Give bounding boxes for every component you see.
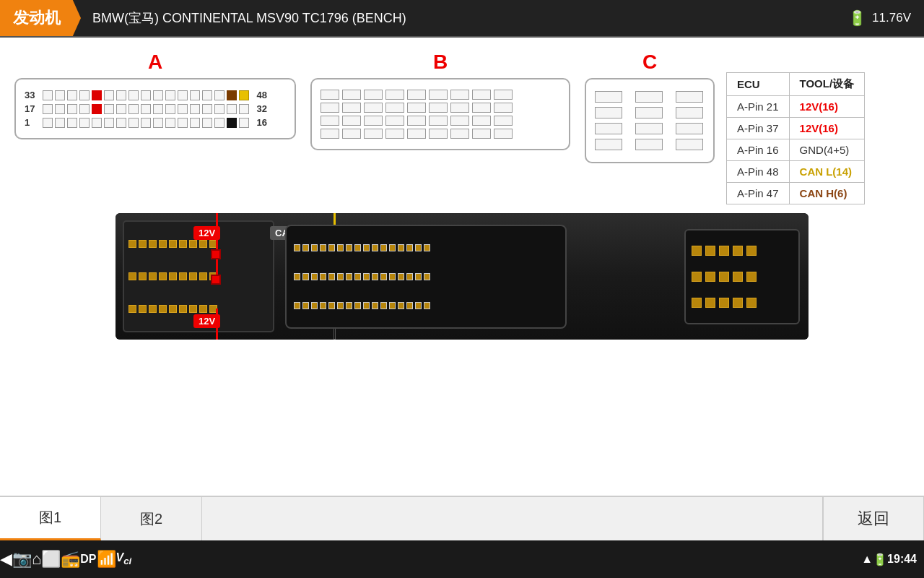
pin-c14 bbox=[202, 118, 212, 128]
pin-a1 bbox=[43, 90, 53, 100]
b-pin-row-2 bbox=[321, 103, 560, 113]
wifi-icon[interactable]: 📶 bbox=[97, 550, 116, 569]
pin-c8 bbox=[128, 118, 139, 128]
b-pin-row-3 bbox=[321, 116, 560, 126]
b-wide-2 bbox=[342, 90, 361, 100]
b-wide-1 bbox=[321, 90, 339, 100]
connector-a-box: 33 bbox=[14, 78, 296, 139]
pin-row-1-16: 1 bbox=[25, 117, 286, 128]
vci-icon[interactable]: Vci bbox=[116, 551, 132, 566]
pin-b2 bbox=[55, 104, 65, 114]
pin-b1 bbox=[43, 104, 53, 114]
voltage-display: 11.76V bbox=[872, 11, 911, 25]
table-row: A-Pin 21 12V(16) bbox=[727, 96, 865, 118]
pin-c6 bbox=[104, 118, 114, 128]
b-pin-row-4 bbox=[321, 129, 560, 139]
tool-12v-16-1: 12V(16) bbox=[789, 96, 865, 118]
pin-c7 bbox=[116, 118, 126, 128]
b-wide-8 bbox=[472, 90, 491, 100]
back-nav-icon[interactable]: ◀ bbox=[0, 550, 12, 569]
pin-a3 bbox=[67, 90, 77, 100]
c-pin-row-2 bbox=[595, 107, 705, 118]
window-icon[interactable]: ⬜ bbox=[41, 550, 61, 569]
pin-b10 bbox=[153, 104, 163, 114]
ecu-pin-47: A-Pin 47 bbox=[727, 183, 790, 204]
wire-red-mid-vert bbox=[216, 259, 218, 275]
pin-b5-red bbox=[92, 104, 102, 114]
connector-b-box bbox=[310, 78, 570, 150]
pin-a11 bbox=[165, 90, 175, 100]
section-a-label: A bbox=[148, 51, 162, 74]
pin-b3 bbox=[67, 104, 77, 114]
pin-b4 bbox=[79, 104, 90, 114]
left-conn-row1 bbox=[128, 240, 269, 248]
pin-b9 bbox=[141, 104, 151, 114]
pin-a5-red bbox=[92, 90, 102, 100]
wifi-signal-icon: ▲ bbox=[861, 553, 873, 566]
pin-c9 bbox=[141, 118, 151, 128]
c-pin-row-1 bbox=[595, 91, 705, 103]
pin-c5 bbox=[92, 118, 102, 128]
table-row: A-Pin 48 CAN L(14) bbox=[727, 161, 865, 183]
nav-bar: ◀ 📷 ⌂ ⬜ 📻 DP 📶 Vci ▲ 🔋 19:44 bbox=[0, 540, 924, 578]
tab-empty bbox=[202, 497, 823, 540]
b-wide-5 bbox=[407, 90, 426, 100]
pin-b13 bbox=[190, 104, 200, 114]
table-row: A-Pin 47 CAN H(6) bbox=[727, 183, 865, 204]
dp-icon[interactable]: DP bbox=[80, 553, 96, 566]
ecu-pin-37: A-Pin 37 bbox=[727, 118, 790, 139]
pin-b12 bbox=[178, 104, 188, 114]
pin-a4 bbox=[79, 90, 90, 100]
tab-1[interactable]: 图1 bbox=[0, 497, 101, 540]
connector-b-section: B bbox=[310, 51, 570, 150]
time-display: 19:44 bbox=[887, 553, 917, 566]
b-wide-3 bbox=[364, 90, 383, 100]
left-conn-row2 bbox=[128, 272, 269, 280]
battery-icon: 🔋 bbox=[848, 9, 866, 27]
label-12v-bot: 12V bbox=[193, 314, 220, 328]
c-pin-row-4 bbox=[595, 139, 705, 150]
tool-canl: CAN L(14) bbox=[789, 161, 865, 183]
home-icon[interactable]: ⌂ bbox=[32, 550, 41, 569]
connector-a-section: A 33 bbox=[14, 51, 296, 139]
pin-a17-yellow bbox=[239, 90, 249, 100]
pin-c13 bbox=[190, 118, 200, 128]
section-c-label: C bbox=[642, 51, 657, 74]
right-connector bbox=[684, 229, 800, 324]
pin-c11 bbox=[165, 118, 175, 128]
header-title: BMW(宝马) CONTINENTAL MSV90 TC1796 (BENCH) bbox=[92, 9, 848, 27]
table-header-tool: TOOL/设备 bbox=[789, 73, 865, 96]
pin-c4 bbox=[79, 118, 90, 128]
ecu-pin-21: A-Pin 21 bbox=[727, 96, 790, 118]
pin-row-33-48: 33 bbox=[25, 90, 286, 100]
ecu-pin-48: A-Pin 48 bbox=[727, 161, 790, 183]
pin-a10 bbox=[153, 90, 163, 100]
tab-1-label: 图1 bbox=[39, 508, 61, 527]
b-wide-4 bbox=[385, 90, 404, 100]
pin-marker-red-top bbox=[211, 249, 221, 259]
pin-c3 bbox=[67, 118, 77, 128]
b-wide-9 bbox=[494, 90, 513, 100]
connector-c-section: C bbox=[585, 51, 715, 163]
pin-c1 bbox=[43, 118, 53, 128]
pin-a12 bbox=[178, 90, 188, 100]
header-right: 🔋 11.76V bbox=[848, 9, 911, 27]
pin-num-16: 16 bbox=[251, 117, 267, 128]
connector-c-box bbox=[585, 78, 715, 163]
media-icon[interactable]: 📻 bbox=[61, 550, 80, 569]
pin-num-1: 1 bbox=[25, 117, 40, 128]
pin-b8 bbox=[128, 104, 139, 114]
pin-row-17-32: 17 bbox=[25, 103, 286, 114]
table-row: A-Pin 16 GND(4+5) bbox=[727, 139, 865, 161]
main-content: A 33 bbox=[0, 38, 924, 496]
tab-2[interactable]: 图2 bbox=[101, 497, 202, 540]
pin-marker-red-mid bbox=[211, 275, 221, 285]
screenshot-icon[interactable]: 📷 bbox=[12, 550, 32, 569]
table-header-ecu: ECU bbox=[727, 73, 790, 96]
tab-back[interactable]: 返回 bbox=[823, 497, 924, 540]
pin-c17 bbox=[239, 118, 249, 128]
pin-c2 bbox=[55, 118, 65, 128]
pin-b14 bbox=[202, 104, 212, 114]
b-pin-row-1 bbox=[321, 90, 560, 100]
tool-canh: CAN H(6) bbox=[789, 183, 865, 204]
